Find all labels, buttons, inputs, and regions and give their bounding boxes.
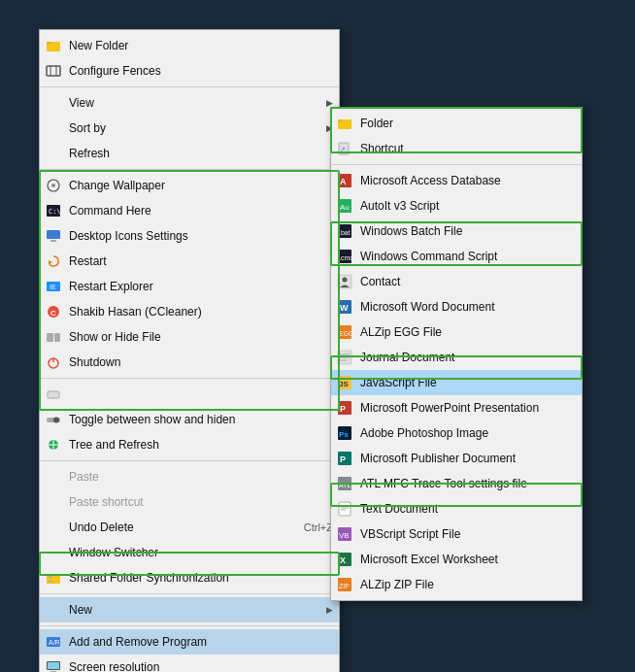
shared-folder-icon: [44, 568, 63, 588]
svg-text:C:\: C:\: [49, 208, 61, 216]
menu-item-excel[interactable]: X Microsoft Excel Worksheet: [331, 547, 582, 572]
menu-item-add-remove[interactable]: A/R Add and Remove Program: [40, 629, 339, 655]
menu-item-cmd-script[interactable]: .cmd Windows Command Script: [331, 244, 582, 269]
svg-text:ATL: ATL: [339, 482, 351, 488]
menu-item-show-hide[interactable]: Show or Hide File: [40, 324, 339, 350]
wallpaper-label: Change Wallpaper: [69, 179, 333, 192]
view-label: View: [69, 96, 333, 110]
menu-item-photoshop[interactable]: Ps Adobe Photoshop Image: [331, 420, 582, 446]
menu-item-change-wallpaper[interactable]: Change Wallpaper: [40, 173, 339, 198]
js-label: JavaScript File: [360, 376, 576, 389]
svg-text:VB: VB: [339, 531, 350, 540]
desktop-icons-label: Desktop Icons Settings: [69, 229, 333, 243]
menu-item-command-here[interactable]: C:\ Command Here: [40, 198, 339, 223]
svg-text:JS: JS: [339, 380, 349, 388]
menu-item-restart[interactable]: Restart: [40, 249, 339, 274]
menu-item-shutdown[interactable]: Shutdown: [40, 350, 339, 375]
vbscript-label: VBScript Script File: [360, 527, 576, 541]
menu-item-ppt[interactable]: P Microsoft PowerPoint Presentation: [331, 395, 582, 420]
menu-item-alzip[interactable]: ZIP ALZip ZIP File: [331, 572, 582, 597]
menu-item-undo-delete[interactable]: Undo Delete Ctrl+Z: [40, 515, 339, 540]
menu-item-contact[interactable]: Contact: [331, 269, 582, 294]
new-icon: [44, 600, 63, 620]
menu-item-js[interactable]: JS JavaScript File: [331, 370, 582, 395]
ms-access-label: Microsoft Access Database: [360, 174, 576, 187]
journal-icon: [335, 348, 354, 367]
menu-item-window-switcher[interactable]: Window Switcher: [40, 540, 339, 565]
menu-item-shakib[interactable]: C Shakib Hasan (CCleaner): [40, 299, 339, 324]
separator-3: [40, 378, 339, 379]
atl-icon: ATL: [335, 474, 354, 493]
autoit-icon: Au: [335, 196, 354, 216]
menu-item-batch-file[interactable]: .bat Windows Batch File: [331, 218, 582, 244]
svg-point-27: [50, 576, 52, 579]
svg-point-22: [53, 418, 59, 423]
svg-text:A: A: [340, 177, 347, 186]
menu-item-folder[interactable]: Folder: [331, 111, 582, 136]
right-context-menu: Folder ↗ Shortcut A Microsoft Access Dat…: [330, 107, 583, 601]
access-icon: A: [335, 171, 354, 190]
photoshop-label: Adobe Photoshop Image: [360, 426, 576, 440]
separator-1: [40, 86, 339, 87]
fences-label: Configure Fences: [69, 64, 333, 78]
menu-item-screen-resolution[interactable]: Screen resolution: [40, 655, 339, 672]
desktop-icon: [44, 226, 63, 246]
svg-rect-1: [47, 42, 51, 45]
menu-item-desktop-icons[interactable]: Desktop Icons Settings: [40, 223, 339, 249]
svg-rect-2: [47, 66, 60, 76]
window-switcher-label: Window Switcher: [69, 546, 333, 559]
svg-text:P: P: [340, 404, 346, 414]
menu-item-new-folder[interactable]: New Folder: [40, 33, 339, 58]
menu-item-vbscript[interactable]: VB VBScript Script File: [331, 521, 582, 547]
shortcut-icon: ↗: [335, 139, 354, 158]
menu-item-refresh[interactable]: Refresh: [40, 141, 339, 166]
menu-item-autoit[interactable]: Au AutoIt v3 Script: [331, 193, 582, 218]
svg-text:P: P: [340, 454, 346, 464]
js-icon: JS: [335, 373, 354, 392]
contact-icon: [335, 272, 354, 291]
alzip-label: ALZip ZIP File: [360, 578, 576, 591]
menu-item-configure-fences[interactable]: Configure Fences: [40, 58, 339, 84]
shortcut-label: Shortcut: [360, 142, 576, 155]
menu-item-blank[interactable]: [40, 382, 339, 407]
menu-item-paste-shortcut[interactable]: Paste shortcut: [40, 489, 339, 515]
menu-item-paste[interactable]: Paste: [40, 464, 339, 489]
fences-icon: [44, 61, 63, 81]
menu-item-restart-explorer[interactable]: IE Restart Explorer: [40, 274, 339, 299]
alzip-egg-label: ALZip EGG File: [360, 325, 576, 339]
menu-item-tree-refresh[interactable]: Tree and Refresh: [40, 432, 339, 457]
paste-label: Paste: [69, 470, 333, 484]
undo-icon: [44, 518, 63, 537]
alzip-icon: ZIP: [335, 575, 354, 594]
menu-item-journal[interactable]: Journal Document: [331, 345, 582, 370]
menu-item-view[interactable]: View: [40, 90, 339, 116]
svg-text:W: W: [340, 303, 349, 313]
journal-label: Journal Document: [360, 351, 576, 364]
menu-item-atl-mfc[interactable]: ATL ATL MFC Trace Tool settings file: [331, 471, 582, 496]
wallpaper-icon: [44, 176, 63, 195]
menu-item-toggle[interactable]: Toggle between show and hiden: [40, 407, 339, 432]
menu-item-word[interactable]: W Microsoft Word Document: [331, 294, 582, 319]
ppt-label: Microsoft PowerPoint Presentation: [360, 401, 576, 415]
menu-item-shortcut[interactable]: ↗ Shortcut: [331, 136, 582, 161]
svg-rect-16: [47, 333, 53, 342]
svg-rect-20: [48, 391, 59, 398]
menu-item-new[interactable]: New: [40, 597, 339, 622]
cmd-icon: C:\: [44, 201, 63, 220]
cmd-script-label: Windows Command Script: [360, 250, 576, 263]
menu-item-shared-folder[interactable]: Shared Folder Synchronization: [40, 565, 339, 590]
new-folder-icon: [44, 36, 63, 55]
menu-item-text[interactable]: Text Document: [331, 496, 582, 521]
menu-item-ms-access[interactable]: A Microsoft Access Database: [331, 168, 582, 193]
screen-icon: [44, 657, 63, 672]
menu-item-publisher[interactable]: P Microsoft Publisher Document: [331, 446, 582, 471]
svg-text:C: C: [50, 309, 56, 318]
batch-file-label: Windows Batch File: [360, 224, 576, 238]
publisher-icon: P: [335, 449, 354, 468]
word-icon: W: [335, 297, 354, 317]
menu-item-alzip-egg[interactable]: EGG ALZip EGG File: [331, 319, 582, 345]
menu-item-sort-by[interactable]: Sort by: [40, 116, 339, 141]
sort-label: Sort by: [69, 121, 333, 135]
refresh-label: Refresh: [69, 147, 333, 160]
undo-shortcut: Ctrl+Z: [304, 521, 333, 533]
